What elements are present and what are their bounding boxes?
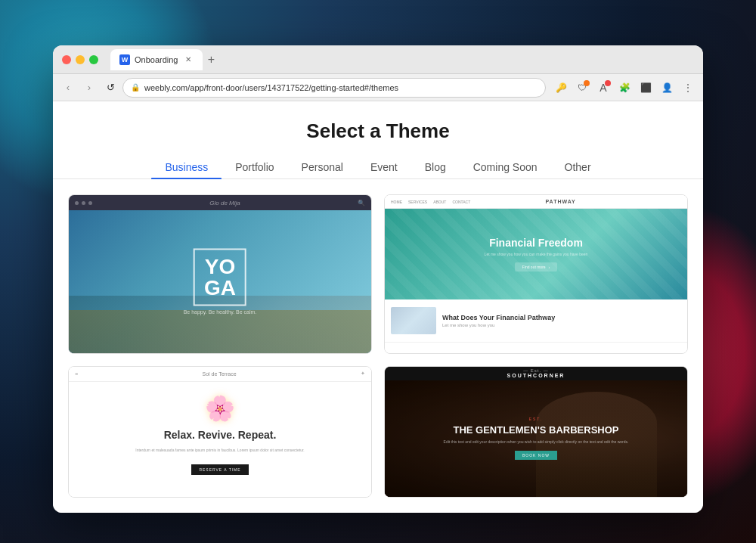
extensions-icon[interactable]: 🧩 [615,79,634,97]
pathway-article-text: What Does Your Financial Pathway Let me … [442,314,555,327]
browser-titlebar: W Onboarding ✕ + [53,45,703,74]
pathway-nav-items: HOME SERVICES ABOUT CONTACT [391,200,470,204]
tab-blog[interactable]: Blog [411,155,460,179]
yoga-subtitle: Be happy. Be healthy. Be calm. [184,309,257,315]
theme-card-barbershop[interactable]: — Est. — SOUTHCORNER Est. THE GENTLEMEN'… [384,366,688,498]
sol-toolbar-right-icon: ✦ [361,371,365,377]
cast-icon[interactable]: ⬛ [637,79,655,97]
dot1 [75,201,79,205]
browser-window: W Onboarding ✕ + ‹ › ↺ 🔒 weebly.com/app/… [53,45,703,513]
minimize-button[interactable] [76,55,85,64]
yoga-search-icon: 🔍 [358,200,365,206]
pathway-article: What Does Your Financial Pathway Let me … [385,299,687,343]
pathway-article-sub: Let me show you how you [442,323,555,327]
sol-toolbar-title: Sol de Terrace [203,371,237,377]
browser-toolbar: ‹ › ↺ 🔒 weebly.com/app/front-door/users/… [53,74,703,101]
lock-icon: 🔒 [131,83,140,92]
pathway-nav-services: SERVICES [408,200,427,204]
yoga-toolbar-title: Glo de Mija [98,200,352,206]
new-tab-button[interactable]: + [203,51,221,69]
yoga-box: YO GA [194,249,246,306]
pathway-hero-cta: Find out more › [515,262,558,272]
pathway-nav-about: ABOUT [433,200,446,204]
yoga-hero: YO GA Be happy. Be healthy. Be calm. [69,210,371,353]
theme-tabs: Business Portfolio Personal Event Blog C… [53,155,703,179]
tab-portfolio[interactable]: Portfolio [222,155,287,179]
barber-toolbar: — Est. — SOUTHCORNER [385,367,687,380]
pathway-theme-preview: HOME SERVICES ABOUT CONTACT PATHWAY Fina… [385,195,687,353]
browser-tab[interactable]: W Onboarding ✕ [110,49,203,70]
tab-personal[interactable]: Personal [288,155,357,179]
barber-tag: Est. [444,417,629,421]
barber-logo: — Est. — SOUTHCORNER [507,368,565,378]
yoga-text-yo: YO [204,256,236,278]
tab-event[interactable]: Event [357,155,411,179]
dot2 [82,201,85,205]
forward-button[interactable]: › [80,79,98,97]
sol-theme-preview: ≡ Sol de Terrace ✦ 🌸 Relax. Revive. Repe… [69,367,371,498]
themes-grid: Glo de Mija 🔍 YO GA [53,179,703,513]
barber-cta-button[interactable]: BOOK NOW [515,451,557,460]
sol-heading: Relax. Revive. Repeat. [81,429,359,441]
user-icon[interactable]: A [594,79,612,97]
browser-content: Select a Theme Business Portfolio Person… [53,101,703,513]
toolbar-right: 🔑 🛡 A 🧩 ⬛ 👤 ⋮ [552,79,697,97]
page-title: Select a Theme [53,119,703,143]
tab-close-button[interactable]: ✕ [183,54,194,65]
tab-other[interactable]: Other [551,155,605,179]
address-bar[interactable]: 🔒 weebly.com/app/front-door/users/143717… [122,78,546,98]
barber-heading: THE GENTLEMEN'S BARBERSHOP [444,424,629,436]
reload-button[interactable]: ↺ [101,79,119,97]
pathway-article-heading: What Does Your Financial Pathway [442,314,555,321]
barber-content: Est. THE GENTLEMEN'S BARBERSHOP Edit thi… [438,411,635,466]
tab-coming-soon[interactable]: Coming Soon [460,155,551,179]
notifications-badge [584,80,590,86]
tab-business[interactable]: Business [151,155,222,179]
sol-cta-button[interactable]: RESERVE A TIME [191,464,248,475]
back-button[interactable]: ‹ [59,79,77,97]
theme-card-sol[interactable]: ≡ Sol de Terrace ✦ 🌸 Relax. Revive. Repe… [68,366,372,498]
barber-theme-preview: — Est. — SOUTHCORNER Est. THE GENTLEMEN'… [385,367,687,498]
sol-content: 🌸 Relax. Revive. Repeat. Interdum et mal… [69,382,371,487]
barber-hero: Est. THE GENTLEMEN'S BARBERSHOP Edit thi… [385,380,687,498]
dot3 [88,201,92,205]
pathway-hero-heading: Financial Freedom [489,237,583,249]
theme-card-pathway[interactable]: HOME SERVICES ABOUT CONTACT PATHWAY Fina… [384,194,688,354]
profile-icon[interactable]: 👤 [658,79,676,97]
sol-body-text: Interdum et malesuada fames ante ipsum p… [81,447,359,453]
yoga-toolbar: Glo de Mija 🔍 [69,195,371,210]
page-header: Select a Theme Business Portfolio Person… [53,101,703,179]
sol-flower-image: 🌸 [81,394,359,423]
pathway-article-image-inner [391,307,436,334]
yoga-text-ga: GA [204,278,236,299]
tab-title: Onboarding [135,55,178,64]
yoga-toolbar-dots [75,201,92,205]
pathway-nav-home: HOME [391,200,402,204]
traffic-lights [62,55,98,64]
yoga-overlay: YO GA Be happy. Be healthy. Be calm. [184,249,257,315]
yoga-theme-preview: Glo de Mija 🔍 YO GA [69,195,371,353]
pathway-hero-sub: Let me show you how you can make the gai… [485,252,588,256]
pathway-toolbar: HOME SERVICES ABOUT CONTACT PATHWAY [385,195,687,209]
user-badge [605,80,611,86]
url-text: weebly.com/app/front-door/users/14371752… [144,83,398,92]
sol-toolbar-left-icon: ≡ [75,371,78,377]
barber-sub-text: Edit this text and edit your description… [444,439,629,445]
maximize-button[interactable] [89,55,98,64]
pathway-hero: Financial Freedom Let me show you how yo… [385,209,687,299]
pathway-nav-contact: CONTACT [452,200,470,204]
sol-toolbar: ≡ Sol de Terrace ✦ [69,367,371,382]
barber-logo-title: SOUTHCORNER [507,373,565,378]
pathway-article-image [391,307,436,334]
close-button[interactable] [62,55,71,64]
pathway-logo: PATHWAY [545,199,575,204]
key-icon[interactable]: 🔑 [552,79,570,97]
theme-card-yoga[interactable]: Glo de Mija 🔍 YO GA [68,194,372,354]
tab-bar: W Onboarding ✕ + [110,49,221,70]
tab-favicon: W [119,54,130,65]
menu-icon[interactable]: ⋮ [679,79,697,97]
notifications-icon[interactable]: 🛡 [573,79,591,97]
